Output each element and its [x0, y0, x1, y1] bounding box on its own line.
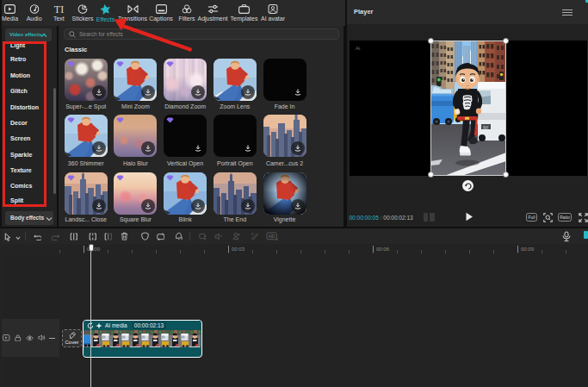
svg-text:NY: NY — [483, 126, 488, 130]
svg-text:HD: HD — [268, 234, 275, 239]
